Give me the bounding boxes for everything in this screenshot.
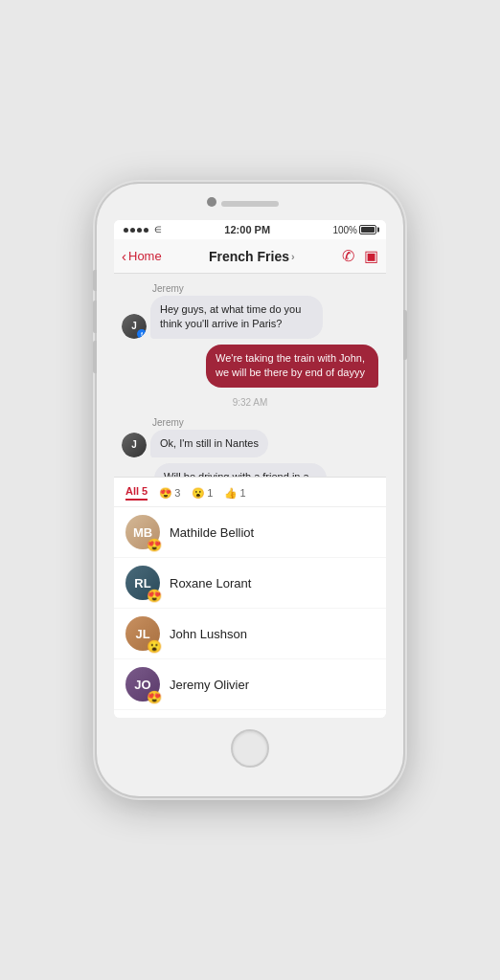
message-row: J f Hey guys, at what time do you think … [122, 296, 378, 339]
signal-dot [137, 228, 142, 233]
list-item[interactable]: JL 😮 John Lushson [114, 609, 386, 659]
volume-down-button[interactable] [93, 341, 97, 373]
surprised-emoji: 😮 [192, 487, 205, 500]
back-label: Home [128, 249, 162, 263]
reaction-emoji: 😮 [147, 640, 162, 653]
front-camera [207, 197, 216, 207]
signal-strength: ∈ [124, 225, 162, 234]
nav-action-icons: ✆ ▣ [342, 247, 378, 265]
person-name: Jeremy Olivier [170, 678, 249, 692]
reaction-emoji: 😍 [147, 590, 162, 602]
message-bubble: Will be driving with a friend in a few [154, 463, 327, 477]
reaction-tab-all-label: All 5 [125, 485, 148, 497]
power-button[interactable] [403, 310, 407, 360]
list-item[interactable]: RL 😍 Roxane Lorant [114, 558, 386, 609]
message-bubble-sent: We're taking the train with John, we wil… [206, 345, 378, 388]
title-chevron-icon: › [291, 251, 295, 262]
navigation-bar: ‹ Home French Fries › ✆ ▣ [114, 239, 386, 274]
chat-name: French Fries [209, 249, 289, 264]
reaction-avatar: JL 😮 [125, 616, 160, 651]
reaction-emoji: 😍 [147, 539, 162, 551]
phone-frame: ∈ 12:00 PM 100% ‹ Home French Fries › ✆ [97, 184, 403, 796]
thumbsup-emoji: 👍 [224, 487, 238, 500]
signal-dot [144, 228, 148, 233]
reaction-avatar: JO 😍 [125, 667, 160, 702]
mute-button[interactable] [93, 270, 97, 291]
call-icon[interactable]: ✆ [342, 247, 354, 265]
message-row: Will be driving with a friend in a few [122, 463, 378, 477]
home-button[interactable] [231, 729, 269, 768]
signal-dot [130, 228, 135, 233]
reaction-avatar: RL 😍 [125, 566, 160, 600]
avatar-circle: J [122, 433, 147, 457]
message-timestamp: 9:32 AM [122, 397, 378, 408]
thumbsup-count: 1 [239, 487, 245, 499]
phone-screen: ∈ 12:00 PM 100% ‹ Home French Fries › ✆ [114, 220, 386, 718]
heart-count: 3 [174, 487, 180, 499]
list-item[interactable]: MB 😍 Mathilde Belliot [114, 507, 386, 558]
reaction-emoji: 😍 [147, 691, 162, 703]
back-chevron-icon: ‹ [122, 248, 126, 264]
battery-indicator: 100% [332, 225, 376, 235]
reaction-avatar: MB 😍 [125, 515, 160, 549]
heart-emoji: 😍 [159, 487, 172, 500]
facebook-badge: f [137, 329, 147, 339]
volume-up-button[interactable] [93, 301, 97, 333]
sender-name: Jeremy [152, 417, 378, 428]
list-item[interactable]: JO 😍 Jeremy Olivier [114, 659, 386, 710]
message-group: Jeremy J Ok, I'm still in Nantes [122, 417, 378, 457]
reaction-panel: All 5 😍 3 😮 1 👍 1 M [114, 477, 386, 718]
message-bubble: Ok, I'm still in Nantes [150, 430, 268, 457]
battery-icon [359, 225, 376, 234]
person-name: Mathilde Belliot [170, 525, 254, 540]
earpiece [221, 201, 279, 207]
person-name: John Lushson [170, 627, 247, 641]
person-name: Roxane Lorant [170, 576, 251, 590]
reaction-tab-surprised[interactable]: 😮 1 [192, 487, 213, 500]
status-time: 12:00 PM [224, 224, 270, 235]
message-group: Jeremy J f Hey guys, at what time do you… [122, 283, 378, 339]
sender-name: Jeremy [152, 283, 378, 294]
signal-dot [124, 228, 128, 233]
avatar: J f [122, 314, 147, 339]
chat-title[interactable]: French Fries › [209, 249, 295, 264]
wifi-icon: ∈ [154, 225, 162, 234]
avatar: J [122, 433, 147, 457]
list-item[interactable]: FD 👍 Felix Dirigeant [114, 710, 386, 718]
surprised-count: 1 [207, 487, 213, 499]
reaction-tab-heart[interactable]: 😍 3 [159, 487, 180, 500]
back-button[interactable]: ‹ Home [122, 248, 162, 264]
message-bubble: Hey guys, at what time do you think you'… [150, 296, 323, 339]
chat-messages: Jeremy J f Hey guys, at what time do you… [114, 274, 386, 477]
message-row-sent: We're taking the train with John, we wil… [122, 345, 378, 388]
battery-percent: 100% [332, 225, 357, 235]
reaction-tabs: All 5 😍 3 😮 1 👍 1 [114, 478, 386, 507]
reaction-tab-thumbsup[interactable]: 👍 1 [224, 487, 245, 500]
battery-fill [361, 227, 375, 233]
video-call-icon[interactable]: ▣ [364, 247, 378, 265]
message-row: J Ok, I'm still in Nantes [122, 430, 378, 457]
status-bar: ∈ 12:00 PM 100% [114, 220, 386, 239]
reaction-tab-all[interactable]: All 5 [125, 485, 148, 501]
reaction-list: MB 😍 Mathilde Belliot RL 😍 Roxane Lorant… [114, 507, 386, 718]
